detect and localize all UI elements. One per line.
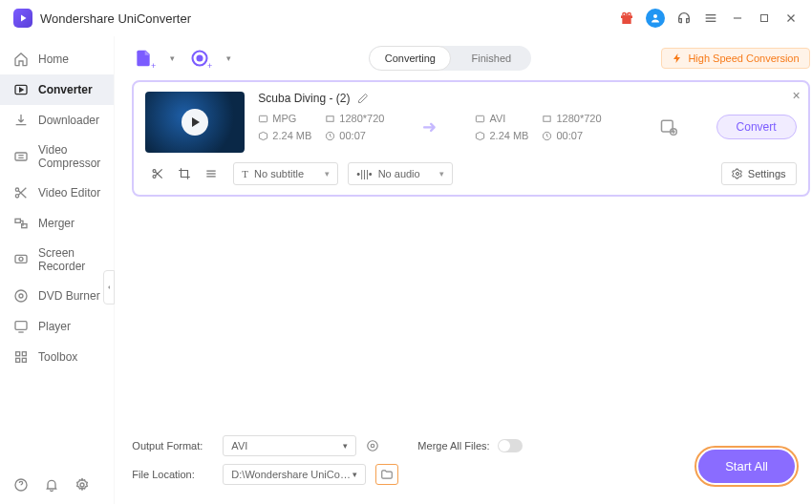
svg-rect-33: [327, 116, 333, 121]
conversion-item-card: × Scuba Diving - (2) MPG 1280*720: [132, 80, 809, 197]
svg-rect-35: [477, 116, 484, 121]
svg-point-40: [153, 170, 156, 173]
menu-icon[interactable]: [703, 10, 718, 26]
help-icon[interactable]: [13, 477, 29, 493]
toolbox-icon: [13, 349, 29, 365]
effects-icon[interactable]: [204, 167, 218, 180]
start-all-button[interactable]: Start All: [698, 450, 795, 483]
src-size: 2.24 MB: [258, 130, 311, 141]
open-folder-button[interactable]: [375, 464, 398, 485]
compressor-icon: [13, 149, 29, 164]
svg-rect-23: [15, 322, 27, 330]
sidebar-item-label: Screen Recorder: [38, 246, 100, 273]
subtitle-select[interactable]: TNo subtitle▾: [233, 162, 338, 185]
item-settings-button[interactable]: Settings: [721, 162, 797, 185]
svg-rect-36: [544, 116, 550, 121]
svg-point-20: [19, 257, 23, 261]
collapse-sidebar-button[interactable]: [103, 270, 115, 304]
svg-point-31: [198, 56, 203, 61]
gift-icon[interactable]: [619, 10, 634, 26]
svg-point-22: [19, 294, 23, 298]
sidebar-item-label: Video Editor: [38, 186, 100, 200]
sidebar-item-home[interactable]: Home: [0, 44, 114, 74]
dst-duration: 00:07: [542, 130, 595, 141]
add-file-button[interactable]: +: [132, 47, 155, 70]
sidebar-item-toolbox[interactable]: Toolbox: [0, 342, 114, 372]
app-title: Wondershare UniConverter: [40, 11, 191, 26]
chevron-down-icon[interactable]: ▾: [226, 53, 231, 63]
sidebar-item-player[interactable]: Player: [0, 311, 114, 342]
edit-icon[interactable]: [357, 93, 369, 104]
svg-point-4: [628, 12, 630, 15]
convert-button[interactable]: Convert: [716, 115, 797, 139]
sidebar-item-label: Player: [38, 320, 71, 333]
user-avatar-icon[interactable]: [646, 9, 665, 28]
player-icon: [13, 319, 29, 334]
audio-select[interactable]: •|||•No audio▾: [348, 162, 453, 185]
sidebar-item-dvd[interactable]: DVD Burner: [0, 281, 114, 311]
svg-point-46: [372, 444, 375, 448]
high-speed-conversion-button[interactable]: High Speed Conversion: [661, 48, 809, 69]
trim-icon[interactable]: [151, 167, 164, 180]
svg-point-41: [153, 175, 156, 178]
file-location-select[interactable]: D:\Wondershare UniConverter▾: [223, 464, 366, 485]
src-format: MPG: [258, 113, 311, 124]
dst-resolution: 1280*720: [542, 113, 601, 124]
sidebar-item-compressor[interactable]: Video Compressor: [0, 136, 114, 178]
format-settings-icon[interactable]: [366, 439, 379, 452]
output-format-select[interactable]: AVI▾: [223, 435, 356, 456]
sidebar-item-downloader[interactable]: Downloader: [0, 105, 114, 136]
maximize-icon[interactable]: [757, 10, 772, 26]
svg-point-45: [736, 173, 738, 176]
play-icon: [182, 109, 208, 136]
svg-rect-32: [260, 116, 267, 121]
sidebar-item-label: Video Compressor: [38, 143, 100, 170]
add-dvd-button[interactable]: +: [188, 47, 211, 70]
sidebar-item-label: Toolbox: [38, 350, 77, 364]
bell-icon[interactable]: [44, 477, 59, 493]
titlebar: Wondershare UniConverter: [0, 0, 812, 36]
bolt-icon: [672, 52, 683, 64]
home-icon: [13, 52, 29, 67]
sidebar-item-merger[interactable]: Merger: [0, 208, 114, 239]
sidebar-item-label: Merger: [38, 217, 75, 230]
scissors-icon: [13, 185, 29, 200]
close-icon[interactable]: [783, 10, 799, 26]
svg-rect-24: [16, 352, 20, 356]
close-icon[interactable]: ×: [792, 88, 800, 103]
app-logo: [13, 9, 32, 28]
disc-icon: [13, 288, 29, 304]
svg-rect-2: [626, 13, 627, 24]
arrow-right-icon: ➜: [422, 116, 437, 137]
chevron-down-icon[interactable]: ▾: [170, 53, 175, 63]
svg-rect-26: [16, 358, 20, 362]
svg-point-5: [653, 14, 657, 18]
dst-format: AVI: [475, 113, 528, 124]
dst-size: 2.24 MB: [475, 130, 528, 141]
tab-converting[interactable]: Converting: [369, 46, 451, 71]
sidebar-item-recorder[interactable]: Screen Recorder: [0, 239, 114, 281]
output-settings-icon[interactable]: [659, 117, 678, 136]
sidebar-item-editor[interactable]: Video Editor: [0, 178, 114, 208]
src-resolution: 1280*720: [325, 113, 384, 124]
file-title: Scuba Diving - (2): [258, 92, 350, 105]
minimize-icon[interactable]: [730, 10, 745, 26]
support-icon[interactable]: [676, 10, 692, 26]
svg-rect-19: [15, 255, 27, 262]
recorder-icon: [13, 252, 29, 267]
sidebar-item-label: Converter: [38, 83, 93, 96]
sidebar-item-label: Home: [38, 52, 69, 66]
sidebar: Home Converter Downloader Video Compress…: [0, 36, 115, 504]
content-area: + ▾ + ▾ Converting Finished High Speed C…: [115, 36, 812, 504]
merge-toggle[interactable]: [498, 439, 523, 452]
video-thumbnail[interactable]: [145, 92, 245, 153]
sidebar-item-label: Downloader: [38, 114, 99, 127]
bottom-bar: Output Format: AVI▾ Merge All Files: Fil…: [132, 426, 809, 493]
merge-label: Merge All Files:: [417, 440, 489, 452]
tab-finished[interactable]: Finished: [451, 46, 531, 71]
svg-rect-14: [15, 153, 27, 160]
sidebar-item-converter[interactable]: Converter: [0, 74, 114, 105]
crop-icon[interactable]: [178, 167, 191, 180]
settings-gear-icon[interactable]: [75, 477, 90, 493]
sidebar-item-label: DVD Burner: [38, 289, 100, 303]
